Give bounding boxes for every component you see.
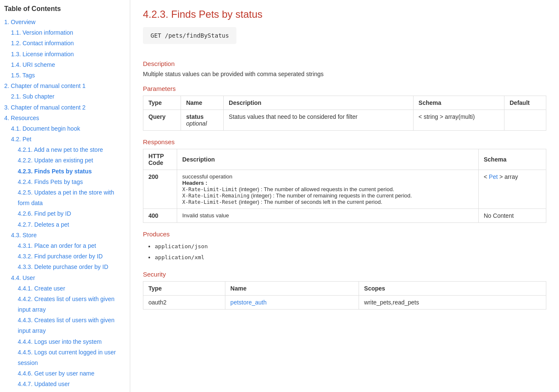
resp-headers-label: Headers :: [182, 180, 473, 186]
pet-link[interactable]: Pet: [489, 173, 498, 180]
sec-col-name: Name: [225, 282, 359, 296]
sec-col-type: Type: [143, 282, 225, 296]
page-title: 4.2.3. Finds Pets by status: [143, 8, 546, 20]
list-item: application/json: [155, 241, 546, 252]
param-desc: Status values that need to be considered…: [224, 110, 414, 131]
main-content: 4.2.3. Finds Pets by status GET /pets/fi…: [130, 0, 559, 392]
parameters-table: Type Name Description Schema Default Que…: [143, 96, 546, 131]
resp-header-item: X-Rate-Limit-Limit (integer) : The numbe…: [182, 186, 473, 192]
list-item: application/xml: [155, 252, 546, 263]
toc-item-license-info[interactable]: 1.3. License information: [4, 49, 126, 60]
toc-item-overview[interactable]: 1. Overview: [4, 17, 126, 27]
sidebar-title: Table of Contents: [4, 5, 126, 13]
description-text: Multiple status values can be provided w…: [143, 71, 546, 77]
sec-type: oauth2: [143, 296, 225, 310]
resp-code: 400: [143, 209, 177, 223]
resp-col-code: HTTPCode: [143, 149, 177, 170]
resp-code: 200: [143, 170, 177, 209]
toc-item-login[interactable]: 4.4.4. Logs user into the system: [4, 337, 126, 347]
resp-col-schema: Schema: [479, 149, 546, 170]
param-name-cell: status optional: [181, 110, 224, 131]
toc-item-resources[interactable]: 4. Resources: [4, 113, 126, 123]
toc-item-place-order[interactable]: 4.3.1. Place an order for a pet: [4, 241, 126, 251]
param-col-desc: Description: [224, 96, 414, 110]
sec-name: petstore_auth: [225, 296, 359, 310]
param-col-default: Default: [504, 96, 546, 110]
toc-item-find-order[interactable]: 4.3.2. Find purchase order by ID: [4, 251, 126, 262]
table-row: oauth2 petstore_auth write_pets,read_pet…: [143, 296, 546, 310]
toc-item-add-pet[interactable]: 4.2.1. Add a new pet to the store: [4, 145, 126, 155]
security-section-title: Security: [143, 271, 546, 278]
produces-section-title: Produces: [143, 230, 546, 238]
toc-item-update-pet[interactable]: 4.2.2. Update an existing pet: [4, 155, 126, 166]
param-type: Query: [143, 110, 181, 131]
toc-item-user[interactable]: 4.4. User: [4, 273, 126, 283]
param-schema: < string > array(multi): [413, 110, 504, 131]
resp-desc-simple: Invalid status value: [182, 212, 473, 219]
toc-item-uri-scheme[interactable]: 1.4. URI scheme: [4, 60, 126, 70]
endpoint-box: GET /pets/findByStatus: [143, 27, 236, 44]
toc-item-contact-info[interactable]: 1.2. Contact information: [4, 38, 126, 49]
toc-item-create-users-array1[interactable]: 4.4.2. Creates list of users with given …: [4, 294, 126, 315]
toc-item-delete-order[interactable]: 4.3.3. Delete purchase order by ID: [4, 262, 126, 272]
table-row: 400 Invalid status value No Content: [143, 209, 546, 223]
toc-list: 1. Overview1.1. Version information1.2. …: [4, 17, 126, 390]
toc-item-create-users-array2[interactable]: 4.4.3. Creates list of users with given …: [4, 315, 126, 336]
toc-item-logout[interactable]: 4.4.5. Logs out current logged in user s…: [4, 347, 126, 368]
toc-item-chapter1[interactable]: 2. Chapter of manual content 1: [4, 81, 126, 91]
toc-item-find-pet-id[interactable]: 4.2.6. Find pet by ID: [4, 208, 126, 219]
table-row: Query status optional Status values that…: [143, 110, 546, 131]
toc-item-tags[interactable]: 1.5. Tags: [4, 70, 126, 81]
toc-item-delete-pet[interactable]: 4.2.7. Deletes a pet: [4, 219, 126, 230]
param-name: status: [186, 113, 203, 120]
table-row: 200 successful operationHeaders :X-Rate-…: [143, 170, 546, 209]
toc-item-pet[interactable]: 4.2. Pet: [4, 134, 126, 145]
toc-item-sub-chapter[interactable]: 2.1. Sub chapter: [4, 91, 126, 102]
description-section-title: Description: [143, 60, 546, 67]
toc-item-doc-begin[interactable]: 4.1. Document begin hook: [4, 123, 126, 134]
resp-desc-cell: successful operationHeaders :X-Rate-Limi…: [177, 170, 479, 209]
sec-name-link[interactable]: petstore_auth: [230, 299, 267, 306]
parameters-section-title: Parameters: [143, 85, 546, 92]
toc-item-store[interactable]: 4.3. Store: [4, 230, 126, 241]
sec-col-scopes: Scopes: [359, 282, 546, 296]
param-col-name: Name: [181, 96, 224, 110]
responses-table: HTTPCode Description Schema 200 successf…: [143, 149, 546, 223]
param-col-type: Type: [143, 96, 181, 110]
param-col-schema: Schema: [413, 96, 504, 110]
resp-header-item: X-Rate-Limit-Reset (integer) : The numbe…: [182, 199, 473, 205]
produces-list: application/jsonapplication/xml: [143, 241, 546, 263]
toc-item-find-pet-tags[interactable]: 4.2.4. Finds Pets by tags: [4, 177, 126, 187]
param-default: [504, 110, 546, 131]
responses-section-title: Responses: [143, 138, 546, 145]
sec-scopes: write_pets,read_pets: [359, 296, 546, 310]
toc-item-update-pet-form[interactable]: 4.2.5. Updates a pet in the store with f…: [4, 187, 126, 208]
toc-item-update-user[interactable]: 4.4.7. Updated user: [4, 379, 126, 389]
toc-item-chapter2[interactable]: 3. Chapter of manual content 2: [4, 102, 126, 113]
resp-schema: No Content: [479, 209, 546, 223]
param-optional: optional: [186, 120, 207, 127]
toc-item-create-user[interactable]: 4.4.1. Create user: [4, 283, 126, 294]
resp-header-item: X-Rate-Limit-Remaining (integer) : The n…: [182, 192, 473, 199]
toc-item-get-user[interactable]: 4.4.6. Get user by user name: [4, 368, 126, 379]
toc-item-find-pet-status[interactable]: 4.2.3. Finds Pets by status: [4, 166, 126, 177]
sidebar: Table of Contents 1. Overview1.1. Versio…: [0, 0, 130, 392]
resp-schema: < Pet > array: [479, 170, 546, 209]
resp-desc-intro: successful operation: [182, 173, 473, 180]
resp-col-desc: Description: [177, 149, 479, 170]
resp-desc-cell: Invalid status value: [177, 209, 479, 223]
toc-item-version-info[interactable]: 1.1. Version information: [4, 27, 126, 38]
security-table: Type Name Scopes oauth2 petstore_auth wr…: [143, 281, 546, 310]
